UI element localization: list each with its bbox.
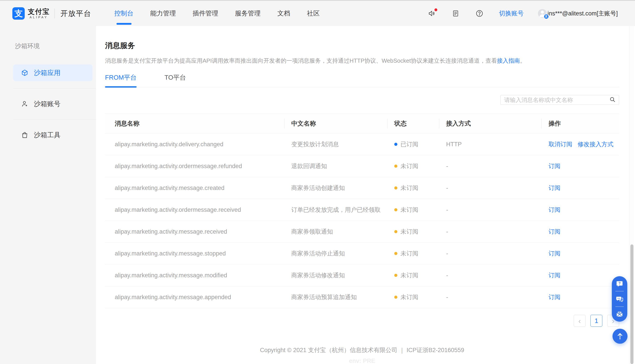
- table-row: alipay.marketing.activity.delivery.chang…: [105, 134, 619, 155]
- search-icon[interactable]: [609, 96, 616, 104]
- sidebar-item-sandbox-account[interactable]: 沙箱账号: [13, 96, 92, 112]
- sidebar-item-label: 沙箱应用: [34, 68, 60, 78]
- sidebar-item-sandbox-tools[interactable]: 沙箱工具: [13, 127, 92, 144]
- nav-label: 服务管理: [235, 9, 260, 18]
- status-text: 未订阅: [400, 162, 418, 170]
- main-content: 消息服务 消息服务是支付宝开放平台为提高应用API调用效率而推出面向开发者的一项…: [96, 26, 635, 364]
- page-1-button[interactable]: 1: [590, 315, 602, 327]
- operation-cell: 订阅: [542, 271, 619, 279]
- chat-icon[interactable]: [616, 295, 624, 303]
- svg-text:?: ?: [618, 282, 621, 285]
- message-name: alipay.marketing.activity.ordermessage.r…: [105, 163, 284, 170]
- subscribe-link[interactable]: 订阅: [548, 163, 560, 170]
- subscribe-link[interactable]: 订阅: [548, 228, 560, 235]
- subscribe-link[interactable]: 订阅: [548, 294, 560, 300]
- help-icon[interactable]: [475, 9, 484, 18]
- brand-cn: 支付宝: [28, 8, 50, 16]
- chevron-left-icon: ‹: [578, 316, 581, 325]
- subscribe-link[interactable]: 订阅: [548, 185, 560, 191]
- access-method: -: [439, 294, 542, 301]
- chinese-name: 退款回调通知: [284, 162, 387, 170]
- table-row: alipay.marketing.activity.message.create…: [105, 177, 619, 199]
- chinese-name: 商家券活动创建通知: [284, 184, 387, 192]
- help-float-widget: ?: [612, 276, 627, 322]
- col-header-chinese-name: 中文名称: [284, 114, 387, 133]
- nav-plugin[interactable]: 插件管理: [192, 1, 218, 26]
- message-name: alipay.marketing.activity.message.stoppe…: [105, 250, 284, 257]
- subscribe-link[interactable]: 订阅: [548, 206, 560, 213]
- table-row: alipay.marketing.activity.ordermessage.r…: [105, 199, 619, 221]
- status-cell: 未订阅: [387, 271, 439, 279]
- document-icon[interactable]: [452, 9, 460, 18]
- chinese-name: 商家券活动预算追加通知: [284, 293, 387, 301]
- scrollbar-thumb[interactable]: [630, 244, 634, 364]
- active-nav-underline: [116, 23, 132, 25]
- avatar: 支: [538, 9, 547, 18]
- chinese-name: 商家券活动停止通知: [284, 250, 387, 258]
- table-row: alipay.marketing.activity.message.modifi…: [105, 264, 619, 286]
- table-header: 消息名称 中文名称 状态 接入方式 操作: [105, 114, 619, 134]
- operation-cell: 订阅: [542, 293, 619, 301]
- access-method: -: [439, 228, 542, 235]
- active-tab-underline: [105, 86, 136, 88]
- subscribe-link[interactable]: 订阅: [548, 250, 560, 257]
- status-cell: 未订阅: [387, 228, 439, 236]
- logo-glyph: 支: [14, 8, 23, 19]
- col-header-message-name: 消息名称: [105, 114, 284, 133]
- question-bubble-icon[interactable]: ?: [616, 280, 624, 288]
- status-text: 未订阅: [400, 184, 418, 192]
- search-box: [500, 95, 619, 105]
- access-method: -: [439, 250, 542, 257]
- operation-cell: 订阅: [542, 228, 619, 236]
- alipay-logo[interactable]: 支 支付宝 ALIPAY 开放平台: [12, 7, 91, 20]
- search-row: [105, 95, 619, 105]
- prev-page-button[interactable]: ‹: [574, 315, 586, 327]
- status-dot-unsubscribed: [394, 186, 397, 190]
- nav-capability[interactable]: 能力管理: [150, 1, 176, 26]
- back-to-top-button[interactable]: [612, 329, 628, 344]
- account-menu[interactable]: 支 ins***@alitest.com[主账号]: [538, 9, 618, 18]
- status-text: 未订阅: [400, 250, 418, 258]
- sidebar: 沙箱环境 沙箱应用 沙箱账号: [0, 26, 96, 364]
- nav-label: 文档: [277, 9, 290, 18]
- chinese-name: 商家券领取通知: [284, 228, 387, 236]
- status-cell: 未订阅: [387, 162, 439, 170]
- sidebar-divider: [13, 119, 96, 120]
- switch-account-link[interactable]: 切换账号: [499, 9, 524, 18]
- alipay-account-badge-icon: 支: [544, 14, 549, 19]
- unsubscribe-link[interactable]: 取消订阅: [548, 141, 572, 148]
- pagination: ‹ 1 ›: [105, 315, 619, 327]
- modify-access-link[interactable]: 修改接入方式: [578, 141, 614, 148]
- operation-cell: 订阅: [542, 206, 619, 214]
- col-header-operation: 操作: [542, 114, 619, 133]
- nav-docs[interactable]: 文档: [277, 1, 290, 26]
- operation-cell: 订阅: [542, 184, 619, 192]
- tab-from-platform[interactable]: FROM平台: [105, 73, 136, 87]
- chinese-name: 订单已经发放完成，用户已经领取: [284, 206, 387, 214]
- nav-label: 社区: [307, 9, 320, 18]
- announcement-icon[interactable]: [428, 9, 436, 18]
- nav-console[interactable]: 控制台: [114, 1, 134, 26]
- status-dot-subscribed: [394, 143, 397, 146]
- sidebar-item-sandbox-app[interactable]: 沙箱应用: [13, 64, 92, 81]
- status-text: 未订阅: [400, 293, 418, 301]
- access-guide-link[interactable]: 接入指南: [497, 57, 520, 64]
- operation-cell: 订阅: [542, 250, 619, 258]
- status-text: 已订阅: [400, 140, 418, 148]
- nav-community[interactable]: 社区: [307, 1, 320, 26]
- col-header-status: 状态: [387, 114, 439, 133]
- subscribe-link[interactable]: 订阅: [548, 272, 560, 279]
- message-name: alipay.marketing.activity.message.receiv…: [105, 228, 284, 235]
- user-star-icon: [21, 100, 29, 108]
- search-input[interactable]: [504, 97, 609, 104]
- header-actions: 切换账号 支 ins***@alitest.com[主账号]: [428, 9, 618, 18]
- table-row: alipay.marketing.activity.message.stoppe…: [105, 243, 619, 264]
- mail-icon[interactable]: [616, 310, 624, 318]
- table-row: alipay.marketing.activity.message.append…: [105, 286, 619, 308]
- status-cell: 未订阅: [387, 250, 439, 258]
- nav-service[interactable]: 服务管理: [235, 1, 260, 26]
- nav-label: 能力管理: [150, 9, 176, 18]
- nav-label: 插件管理: [192, 9, 218, 18]
- description-text: 。: [520, 57, 526, 64]
- tab-to-platform[interactable]: TO平台: [164, 73, 186, 87]
